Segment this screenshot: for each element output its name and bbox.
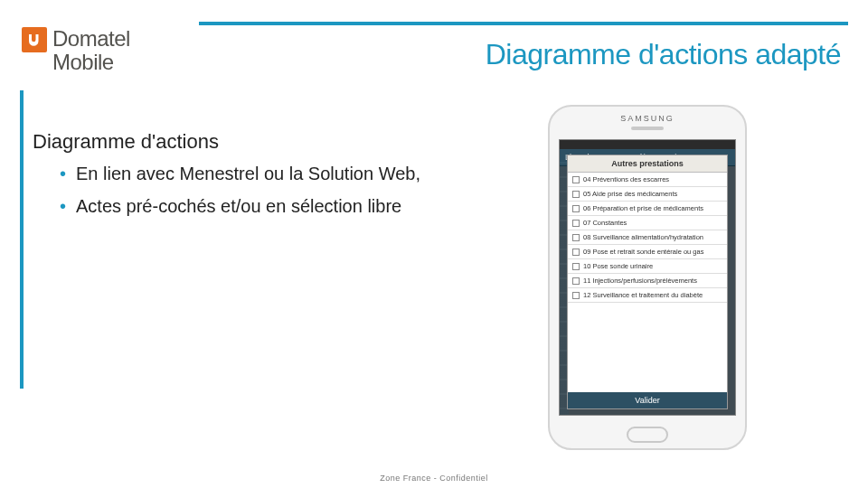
list-item: En lien avec Menestrel ou la Solution We… (60, 163, 503, 184)
brand-text: Domatel Mobile (52, 27, 130, 74)
checkbox-icon[interactable] (572, 220, 580, 227)
list-item[interactable]: 09 Pose et retrait sonde entérale ou gas (568, 245, 727, 259)
item-label: 05 Aide prise des médicaments (583, 190, 677, 198)
validate-button[interactable]: Valider (568, 392, 727, 408)
footer-text: Zone France - Confidentiel (0, 474, 868, 483)
list-item[interactable]: 12 Surveillance et traitement du diabète (568, 288, 727, 303)
content-block: Diagramme d'actions En lien avec Menestr… (33, 130, 503, 228)
item-label: 06 Préparation et prise de médicaments (583, 204, 703, 212)
list-item[interactable]: 05 Aide prise des médicaments (568, 187, 727, 202)
checkbox-icon[interactable] (572, 191, 580, 198)
brand-line1: Domatel (52, 26, 130, 51)
page-title: Diagramme d'actions adapté (486, 38, 841, 71)
checkbox-icon[interactable] (572, 176, 580, 183)
phone-screen: Liste des actes pour l'intervention Autr… (559, 139, 736, 416)
phone-speaker-icon (631, 127, 664, 130)
list-item: Actes pré-cochés et/ou en sélection libr… (60, 195, 503, 217)
checkbox-icon[interactable] (572, 234, 580, 241)
list-item[interactable]: 08 Surveillance alimentation/hydratation (568, 230, 727, 245)
checkbox-icon[interactable] (572, 277, 580, 285)
list-item[interactable]: 07 Constantes (568, 216, 727, 230)
list-item[interactable]: 04 Préventions des escarres (568, 173, 727, 187)
bullet-list: En lien avec Menestrel ou la Solution We… (33, 163, 503, 217)
vertical-accent-bar (20, 90, 24, 389)
checkbox-icon[interactable] (572, 292, 580, 299)
up-icon (22, 27, 47, 52)
item-label: 07 Constantes (583, 219, 627, 227)
dialog-list: 04 Préventions des escarres 05 Aide pris… (568, 173, 727, 392)
item-label: 08 Surveillance alimentation/hydratation (583, 233, 703, 241)
brand-line2: Mobile (52, 50, 114, 74)
phone-brand: SAMSUNG (550, 114, 745, 123)
item-label: 12 Surveillance et traitement du diabète (583, 291, 703, 299)
dialog-header: Autres prestations (568, 155, 727, 173)
item-label: 10 Pose sonde urinaire (583, 262, 653, 270)
item-label: 11 Injections/perfusions/prélèvements (583, 277, 697, 285)
home-button-icon (627, 427, 668, 443)
list-item[interactable]: 11 Injections/perfusions/prélèvements (568, 274, 727, 288)
brand-logo: Domatel Mobile (22, 27, 130, 74)
list-item[interactable]: 10 Pose sonde urinaire (568, 259, 727, 274)
checkbox-icon[interactable] (572, 263, 580, 270)
checkbox-icon[interactable] (572, 205, 580, 212)
header-rule (199, 22, 848, 25)
list-item[interactable]: 06 Préparation et prise de médicaments (568, 202, 727, 216)
item-label: 04 Préventions des escarres (583, 175, 669, 183)
item-label: 09 Pose et retrait sonde entérale ou gas (583, 248, 703, 256)
checkbox-icon[interactable] (572, 249, 580, 256)
phone-statusbar (560, 140, 735, 149)
phone-mock: SAMSUNG Liste des actes pour l'intervent… (548, 105, 747, 450)
content-subtitle: Diagramme d'actions (33, 130, 503, 154)
dialog: Autres prestations 04 Préventions des es… (567, 155, 728, 409)
